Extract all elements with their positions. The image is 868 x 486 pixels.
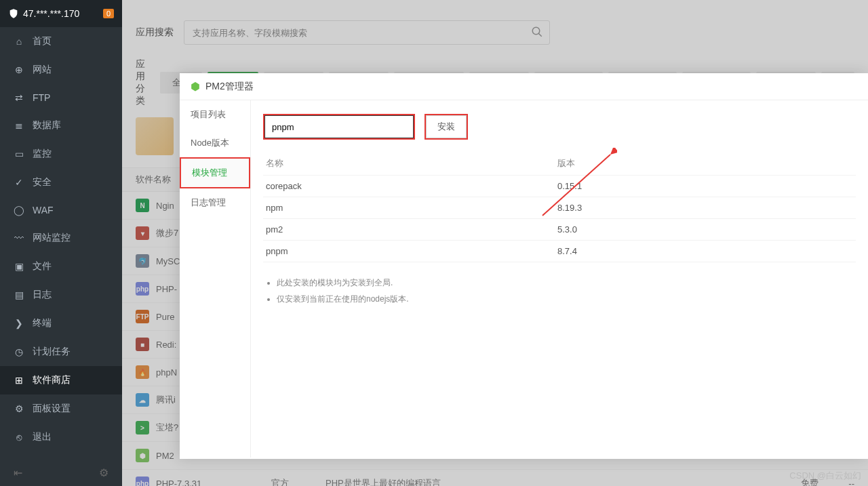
app-icon: FTP: [136, 310, 149, 323]
module-name: corepack: [266, 181, 557, 191]
app-icon: php: [136, 282, 149, 296]
terminal-icon: ❯: [14, 318, 24, 329]
monitor-icon: ▭: [14, 148, 24, 159]
module-version: 5.3.0: [557, 224, 577, 235]
module-version: 0.15.1: [557, 181, 582, 191]
sidebar-item-label: WAF: [33, 205, 54, 216]
sidebar-item-db[interactable]: ≣数据库: [0, 111, 122, 140]
sidebar-item-pulse[interactable]: 〰网站监控: [0, 224, 122, 252]
module-row[interactable]: pm25.3.0: [263, 219, 856, 241]
nodejs-icon: ⬢: [191, 80, 200, 93]
sidebar-item-home[interactable]: ⌂首页: [0, 27, 122, 56]
sidebar-item-label: 退出: [33, 431, 52, 443]
shield-icon: ✓: [14, 177, 24, 188]
module-table: 名称 版本 corepack0.15.1npm8.19.3pm25.3.0pnp…: [263, 152, 856, 262]
sidebar-item-grid[interactable]: ⊞软件商店: [0, 366, 122, 394]
sidebar-item-label: 文件: [33, 260, 52, 272]
sidebar-item-label: 首页: [33, 35, 52, 47]
install-notes: 此处安装的模块均为安装到全局. 仅安装到当前正在使用的nodejs版本.: [263, 275, 856, 307]
software-name: PHP-7.3.31: [156, 479, 264, 487]
module-version: 8.7.4: [557, 246, 577, 256]
collapse-icon[interactable]: ⇤: [14, 466, 22, 479]
sidebar-item-waf[interactable]: ◯WAF: [0, 197, 122, 224]
module-table-head: 名称 版本: [263, 152, 856, 176]
sidebar-item-ftp[interactable]: ⇄FTP: [0, 84, 122, 111]
search-icon[interactable]: [531, 26, 543, 38]
modal-tabs: 项目列表Node版本模块管理日志管理: [180, 100, 251, 458]
modal-tab[interactable]: 日志管理: [180, 188, 250, 217]
software-desc: PHP是世界上最好的编程语言: [326, 477, 794, 486]
db-icon: ≣: [14, 120, 24, 131]
category-label: 应用分类: [136, 58, 150, 107]
sidebar-item-clock[interactable]: ◷计划任务: [0, 338, 122, 366]
sidebar-item-terminal[interactable]: ❯终端: [0, 309, 122, 338]
svg-point-0: [532, 27, 540, 35]
module-name-input[interactable]: [264, 115, 414, 138]
app-icon: ⬢: [136, 449, 149, 462]
install-row: 安装: [263, 114, 856, 140]
module-row[interactable]: npm8.19.3: [263, 197, 856, 219]
gear-icon: ⚙: [14, 403, 24, 414]
modal-content: 安装 名称 版本 corepack0.15.1npm8.19.3pm25.3.0…: [251, 100, 868, 458]
settings-icon[interactable]: ⚙: [99, 466, 108, 479]
col-version: 版本: [557, 157, 575, 169]
sidebar-item-shield[interactable]: ✓安全: [0, 168, 122, 197]
sidebar-item-label: 计划任务: [33, 346, 71, 358]
globe-icon: ⊕: [14, 64, 24, 75]
sidebar-item-log[interactable]: ▤日志: [0, 281, 122, 309]
sidebar-item-label: 日志: [33, 289, 52, 301]
module-row[interactable]: corepack0.15.1: [263, 176, 856, 197]
clock-icon: ◷: [14, 346, 24, 357]
exit-icon: ⎋: [14, 432, 24, 443]
module-name: pm2: [266, 224, 557, 235]
modal-tab[interactable]: 模块管理: [180, 157, 250, 188]
shield-icon: [8, 8, 19, 19]
sidebar-item-label: 终端: [33, 317, 52, 329]
svg-line-1: [538, 33, 542, 37]
search-bar: 应用搜索: [122, 0, 868, 55]
sidebar-item-label: 面板设置: [33, 403, 71, 415]
search-box: [184, 20, 550, 45]
sidebar: 47.***.***.170 0 ⌂首页⊕网站⇄FTP≣数据库▭监控✓安全◯WA…: [0, 0, 122, 486]
grid-icon: ⊞: [14, 375, 24, 386]
sidebar-item-folder[interactable]: ▣文件: [0, 252, 122, 281]
module-name: npm: [266, 203, 557, 213]
search-input[interactable]: [184, 20, 550, 45]
folder-icon: ▣: [14, 261, 24, 272]
sidebar-item-label: FTP: [33, 92, 50, 103]
sidebar-item-exit[interactable]: ⎋退出: [0, 423, 122, 451]
sidebar-item-label: 监控: [33, 148, 52, 160]
pm2-manager-modal: ⬢ PM2管理器 项目列表Node版本模块管理日志管理 安装 名称 版本: [180, 73, 868, 459]
server-ip: 47.***.***.170: [23, 8, 103, 19]
sidebar-footer: ⇤ ⚙: [0, 466, 122, 479]
sidebar-item-monitor[interactable]: ▭监控: [0, 140, 122, 168]
sidebar-item-label: 数据库: [33, 119, 61, 131]
sidebar-header: 47.***.***.170 0: [0, 0, 122, 27]
ftp-icon: ⇄: [14, 92, 24, 103]
sidebar-item-label: 软件商店: [33, 374, 71, 386]
module-name: pnpm: [266, 246, 557, 256]
note-item: 仅安装到当前正在使用的nodejs版本.: [277, 291, 856, 307]
install-button[interactable]: 安装: [426, 115, 467, 138]
app-icon: 🔥: [136, 365, 149, 379]
recent-thumb[interactable]: [136, 117, 174, 155]
app-icon: >: [136, 421, 149, 434]
col-name: 名称: [266, 157, 557, 169]
sidebar-item-gear[interactable]: ⚙面板设置: [0, 394, 122, 423]
module-row[interactable]: pnpm8.7.4: [263, 241, 856, 262]
search-label: 应用搜索: [136, 26, 174, 39]
notification-badge[interactable]: 0: [103, 9, 114, 18]
watermark: CSDN @白云如幻: [789, 470, 861, 482]
modal-tab[interactable]: Node版本: [180, 129, 250, 157]
app-icon: ■: [136, 338, 149, 351]
php-icon: php: [136, 477, 149, 486]
sidebar-item-globe[interactable]: ⊕网站: [0, 56, 122, 84]
pulse-icon: 〰: [14, 232, 24, 243]
log-icon: ▤: [14, 289, 24, 300]
modal-tab[interactable]: 项目列表: [180, 100, 250, 129]
software-row-bottom[interactable]: php PHP-7.3.31 官方 PHP是世界上最好的编程语言 免费 --: [122, 470, 868, 486]
note-item: 此处安装的模块均为安装到全局.: [277, 275, 856, 291]
modal-header: ⬢ PM2管理器: [180, 73, 868, 100]
sidebar-item-label: 网站监控: [33, 232, 71, 244]
modal-title: PM2管理器: [205, 81, 254, 93]
